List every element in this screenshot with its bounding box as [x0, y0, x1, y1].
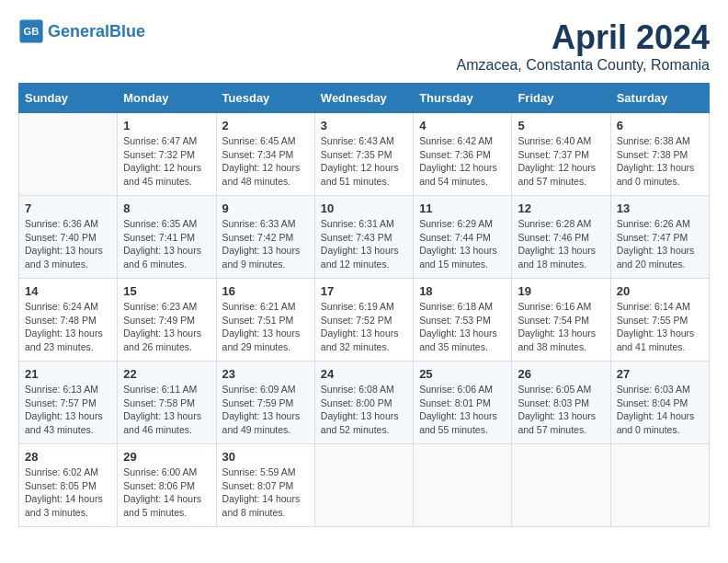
calendar-cell: 13Sunrise: 6:26 AMSunset: 7:47 PMDayligh… — [610, 196, 709, 279]
calendar-cell: 4Sunrise: 6:42 AMSunset: 7:36 PMDaylight… — [414, 113, 512, 196]
day-info: Sunrise: 6:16 AMSunset: 7:54 PMDaylight:… — [518, 300, 604, 354]
calendar-cell: 26Sunrise: 6:05 AMSunset: 8:03 PMDayligh… — [512, 362, 610, 444]
day-number: 16 — [222, 284, 309, 298]
calendar-week-row: 21Sunrise: 6:13 AMSunset: 7:57 PMDayligh… — [19, 362, 710, 444]
day-info: Sunrise: 6:42 AMSunset: 7:36 PMDaylight:… — [419, 134, 506, 189]
weekday-header-friday: Friday — [512, 84, 610, 113]
calendar-cell: 7Sunrise: 6:36 AMSunset: 7:40 PMDaylight… — [19, 196, 118, 279]
calendar-cell: 30Sunrise: 5:59 AMSunset: 8:07 PMDayligh… — [216, 444, 314, 527]
day-info: Sunrise: 6:35 AMSunset: 7:41 PMDaylight:… — [123, 217, 210, 271]
day-info: Sunrise: 6:02 AMSunset: 8:05 PMDaylight:… — [25, 465, 111, 520]
day-number: 24 — [321, 367, 407, 381]
calendar-cell: 16Sunrise: 6:21 AMSunset: 7:51 PMDayligh… — [216, 279, 314, 362]
calendar-cell: 9Sunrise: 6:33 AMSunset: 7:42 PMDaylight… — [216, 196, 314, 279]
day-number: 13 — [617, 201, 703, 215]
calendar-cell: 25Sunrise: 6:06 AMSunset: 8:01 PMDayligh… — [414, 362, 512, 444]
weekday-header-thursday: Thursday — [414, 84, 512, 113]
day-number: 18 — [419, 284, 506, 298]
calendar-cell: 6Sunrise: 6:38 AMSunset: 7:38 PMDaylight… — [610, 113, 709, 196]
location-subtitle: Amzacea, Constanta County, Romania — [457, 57, 710, 74]
svg-text:GB: GB — [24, 26, 40, 37]
day-number: 8 — [123, 201, 210, 215]
day-info: Sunrise: 6:38 AMSunset: 7:38 PMDaylight:… — [617, 134, 703, 189]
day-number: 15 — [123, 284, 210, 298]
calendar-cell: 19Sunrise: 6:16 AMSunset: 7:54 PMDayligh… — [512, 279, 610, 362]
calendar-cell: 18Sunrise: 6:18 AMSunset: 7:53 PMDayligh… — [414, 279, 512, 362]
calendar-week-row: 7Sunrise: 6:36 AMSunset: 7:40 PMDaylight… — [19, 196, 710, 279]
day-number: 5 — [518, 119, 604, 132]
day-info: Sunrise: 6:03 AMSunset: 8:04 PMDaylight:… — [617, 383, 703, 437]
weekday-header-wednesday: Wednesday — [314, 84, 413, 113]
day-number: 2 — [222, 119, 309, 132]
day-number: 10 — [321, 201, 407, 215]
day-number: 14 — [25, 284, 111, 298]
weekday-header-saturday: Saturday — [610, 84, 709, 113]
day-info: Sunrise: 6:13 AMSunset: 7:57 PMDaylight:… — [25, 383, 111, 437]
title-block: April 2024 Amzacea, Constanta County, Ro… — [457, 18, 710, 74]
calendar-cell: 11Sunrise: 6:29 AMSunset: 7:44 PMDayligh… — [414, 196, 512, 279]
day-number: 20 — [617, 284, 703, 298]
calendar-cell: 27Sunrise: 6:03 AMSunset: 8:04 PMDayligh… — [610, 362, 709, 444]
day-number: 6 — [617, 119, 703, 132]
generalblue-logo-icon: GB — [18, 18, 44, 44]
day-number: 29 — [123, 450, 210, 464]
day-number: 25 — [419, 367, 506, 381]
day-number: 17 — [321, 284, 407, 298]
day-number: 22 — [123, 367, 210, 381]
day-number: 30 — [222, 450, 309, 464]
weekday-header-monday: Monday — [118, 84, 216, 113]
day-info: Sunrise: 6:40 AMSunset: 7:37 PMDaylight:… — [518, 134, 604, 189]
calendar-cell: 28Sunrise: 6:02 AMSunset: 8:05 PMDayligh… — [19, 444, 118, 527]
calendar-week-row: 14Sunrise: 6:24 AMSunset: 7:48 PMDayligh… — [19, 279, 710, 362]
day-number: 9 — [222, 201, 309, 215]
day-number: 1 — [123, 119, 210, 132]
calendar-cell — [314, 444, 413, 527]
day-number: 3 — [321, 119, 407, 132]
day-info: Sunrise: 5:59 AMSunset: 8:07 PMDaylight:… — [222, 465, 309, 520]
day-info: Sunrise: 6:29 AMSunset: 7:44 PMDaylight:… — [419, 217, 506, 271]
calendar-cell: 12Sunrise: 6:28 AMSunset: 7:46 PMDayligh… — [512, 196, 610, 279]
day-info: Sunrise: 6:05 AMSunset: 8:03 PMDaylight:… — [518, 383, 604, 437]
calendar-cell: 22Sunrise: 6:11 AMSunset: 7:58 PMDayligh… — [118, 362, 216, 444]
calendar-cell: 3Sunrise: 6:43 AMSunset: 7:35 PMDaylight… — [314, 113, 413, 196]
calendar-cell: 2Sunrise: 6:45 AMSunset: 7:34 PMDaylight… — [216, 113, 314, 196]
calendar-cell: 23Sunrise: 6:09 AMSunset: 7:59 PMDayligh… — [216, 362, 314, 444]
calendar-cell: 24Sunrise: 6:08 AMSunset: 8:00 PMDayligh… — [314, 362, 413, 444]
day-info: Sunrise: 6:28 AMSunset: 7:46 PMDaylight:… — [518, 217, 604, 271]
day-number: 27 — [617, 367, 703, 381]
calendar-cell: 1Sunrise: 6:47 AMSunset: 7:32 PMDaylight… — [118, 113, 216, 196]
day-info: Sunrise: 6:31 AMSunset: 7:43 PMDaylight:… — [321, 217, 407, 271]
day-info: Sunrise: 6:19 AMSunset: 7:52 PMDaylight:… — [321, 300, 407, 354]
day-info: Sunrise: 6:11 AMSunset: 7:58 PMDaylight:… — [123, 383, 210, 437]
day-number: 11 — [419, 201, 506, 215]
calendar-cell: 21Sunrise: 6:13 AMSunset: 7:57 PMDayligh… — [19, 362, 118, 444]
weekday-header-tuesday: Tuesday — [216, 84, 314, 113]
day-number: 19 — [518, 284, 604, 298]
calendar-week-row: 1Sunrise: 6:47 AMSunset: 7:32 PMDaylight… — [19, 113, 710, 196]
day-info: Sunrise: 6:00 AMSunset: 8:06 PMDaylight:… — [123, 465, 210, 520]
day-info: Sunrise: 6:14 AMSunset: 7:55 PMDaylight:… — [617, 300, 703, 354]
day-number: 7 — [25, 201, 111, 215]
weekday-header-row: SundayMondayTuesdayWednesdayThursdayFrid… — [19, 84, 710, 113]
calendar-cell: 29Sunrise: 6:00 AMSunset: 8:06 PMDayligh… — [118, 444, 216, 527]
day-number: 23 — [222, 367, 309, 381]
calendar-cell: 20Sunrise: 6:14 AMSunset: 7:55 PMDayligh… — [610, 279, 709, 362]
day-number: 12 — [518, 201, 604, 215]
weekday-header-sunday: Sunday — [19, 84, 118, 113]
day-info: Sunrise: 6:21 AMSunset: 7:51 PMDaylight:… — [222, 300, 309, 354]
calendar-table: SundayMondayTuesdayWednesdayThursdayFrid… — [18, 83, 710, 527]
day-number: 4 — [419, 119, 506, 132]
day-number: 26 — [518, 367, 604, 381]
day-info: Sunrise: 6:36 AMSunset: 7:40 PMDaylight:… — [25, 217, 111, 271]
calendar-cell: 15Sunrise: 6:23 AMSunset: 7:49 PMDayligh… — [118, 279, 216, 362]
day-info: Sunrise: 6:47 AMSunset: 7:32 PMDaylight:… — [123, 134, 210, 189]
month-title: April 2024 — [457, 18, 710, 57]
day-info: Sunrise: 6:06 AMSunset: 8:01 PMDaylight:… — [419, 383, 506, 437]
day-info: Sunrise: 6:08 AMSunset: 8:00 PMDaylight:… — [321, 383, 407, 437]
logo: GB GeneralBlue — [18, 18, 145, 44]
page-header: GB GeneralBlue April 2024 Amzacea, Const… — [18, 18, 710, 74]
day-info: Sunrise: 6:18 AMSunset: 7:53 PMDaylight:… — [419, 300, 506, 354]
calendar-cell: 14Sunrise: 6:24 AMSunset: 7:48 PMDayligh… — [19, 279, 118, 362]
day-info: Sunrise: 6:24 AMSunset: 7:48 PMDaylight:… — [25, 300, 111, 354]
calendar-cell — [414, 444, 512, 527]
